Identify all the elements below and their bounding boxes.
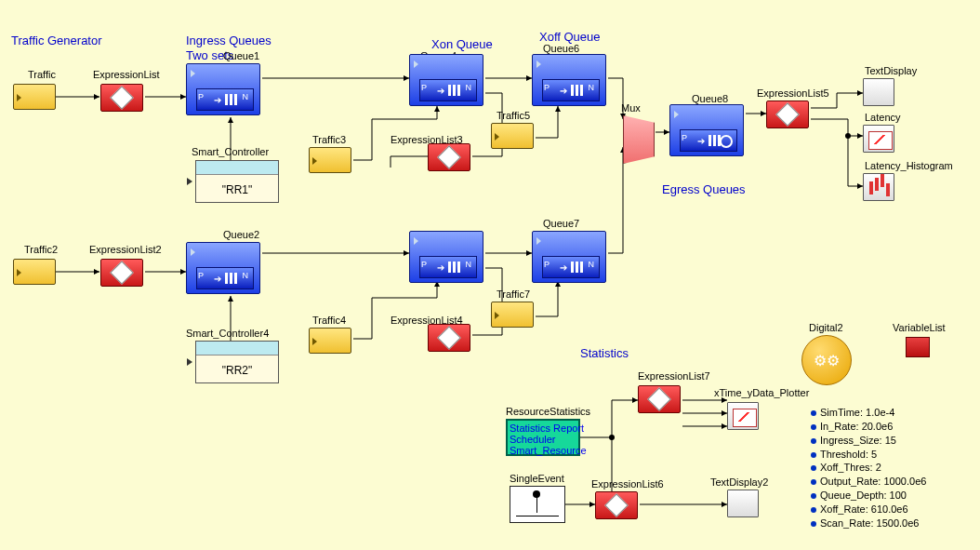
block-queue6[interactable]: ➔ PN [532,54,606,106]
smart2-text: "RR2" [196,364,278,377]
block-queue1[interactable]: ➔ PN [186,63,260,115]
stat-row: In_Rate: 20.0e6 [811,420,926,434]
label-textdisp2: TextDisplay2 [710,476,768,488]
label-xtime: xTime_yData_Plotter [714,387,809,398]
block-expr3[interactable] [428,143,470,171]
block-xtime-plotter[interactable] [727,402,759,430]
label-lathist: Latency_Histogram [865,160,953,171]
label-traffic7: Traffic7 [497,288,530,300]
block-traffic5[interactable] [491,123,534,149]
block-traffic3[interactable] [309,147,351,173]
label-traffic5: Traffic5 [497,110,530,121]
label-resstat: ResourceStatistics [506,406,590,417]
stat-row: SimTime: 1.0e-4 [811,406,926,420]
block-latency[interactable] [863,125,894,153]
block-smart1[interactable]: "RR1" [195,160,279,203]
label-traffic3: Traffic3 [312,134,346,145]
block-latency-hist[interactable] [863,173,894,201]
block-traffic1[interactable] [13,84,56,110]
label-expr5: ExpressionList5 [757,87,829,99]
label-traffic2: Traffic2 [24,244,58,255]
svg-point-6 [845,133,851,139]
block-expr6[interactable] [595,491,638,519]
block-queue2[interactable]: ➔ PN [186,242,260,294]
label-expr7: ExpressionList7 [638,370,710,382]
gear-icon: ⚙⚙ [814,352,840,369]
label-queue7: Queue7 [543,218,579,229]
heading-xon: Xon Queue [431,37,493,51]
stat-row: Xoff_Thres: 2 [811,461,926,475]
stat-row: Xoff_Rate: 610.0e6 [811,503,926,516]
block-traffic7[interactable] [491,302,534,328]
block-variablelist[interactable] [906,337,930,357]
label-expr1: ExpressionList [93,69,160,80]
block-traffic2[interactable] [13,259,56,285]
block-expr2[interactable] [100,259,143,287]
block-single-event[interactable] [510,486,565,523]
heading-ingress: Ingress Queues [186,34,271,47]
label-traffic4: Traffic4 [312,315,346,326]
label-traffic1: Traffic [28,69,56,80]
block-expr1[interactable] [100,84,143,112]
block-queue4[interactable]: ➔ PN [409,54,483,106]
block-mux[interactable] [623,115,655,164]
block-resource-statistics[interactable]: Statistics Report Scheduler Smart_Resour… [506,419,580,456]
label-smart2: Smart_Controller4 [186,328,269,339]
block-expr7[interactable] [638,385,681,413]
block-queue5[interactable]: ➔ PN [409,231,483,283]
block-textdisplay[interactable] [863,78,894,106]
block-queue7[interactable]: ➔ PN [532,231,606,283]
stat-row: Queue_Depth: 100 [811,489,926,503]
label-queue1: Queue1 [223,50,259,61]
resstat-line1: Statistics Report [510,423,576,434]
stat-row: Ingress_Size: 15 [811,434,926,448]
label-expr2: ExpressionList2 [89,244,162,255]
stat-row: Threshold: 5 [811,448,926,462]
heading-xoff: Xoff Queue [539,30,601,44]
diagram-canvas: Traffic Generator Ingress Queues Two set… [0,0,980,550]
label-digital2: Digital2 [809,322,843,333]
block-queue8[interactable]: ➔ P [669,104,744,156]
label-queue8: Queue8 [692,93,728,104]
label-varlist: VariableList [893,322,946,333]
heading-egress: Egress Queues [662,182,746,196]
label-queue2: Queue2 [223,229,259,240]
block-smart2[interactable]: "RR2" [195,341,279,383]
label-mux: Mux [621,102,641,114]
block-textdisplay2[interactable] [727,490,759,517]
label-expr6: ExpressionList6 [591,478,664,490]
resstat-line2: Scheduler [510,434,576,445]
resstat-line3: Smart_Resource [510,445,576,456]
smart1-text: "RR1" [196,183,278,196]
heading-stats: Statistics [580,346,629,360]
label-sevent: SingleEvent [510,473,564,484]
label-textdisp: TextDisplay [865,65,917,76]
block-expr4[interactable] [428,324,470,352]
heading-traffic-generator: Traffic Generator [11,34,102,47]
block-expr5[interactable] [766,101,809,128]
label-latency: Latency [865,112,901,123]
block-traffic4[interactable] [309,328,351,354]
stat-row: Scan_Rate: 1500.0e6 [811,516,926,530]
label-queue6: Queue6 [543,43,579,54]
block-digital2[interactable]: ⚙⚙ [801,335,852,385]
svg-point-12 [609,435,615,440]
simulation-parameters: SimTime: 1.0e-4 In_Rate: 20.0e6 Ingress_… [811,406,926,530]
stat-row: Output_Rate: 1000.0e6 [811,475,926,489]
label-smart1: Smart_Controller [192,146,269,157]
